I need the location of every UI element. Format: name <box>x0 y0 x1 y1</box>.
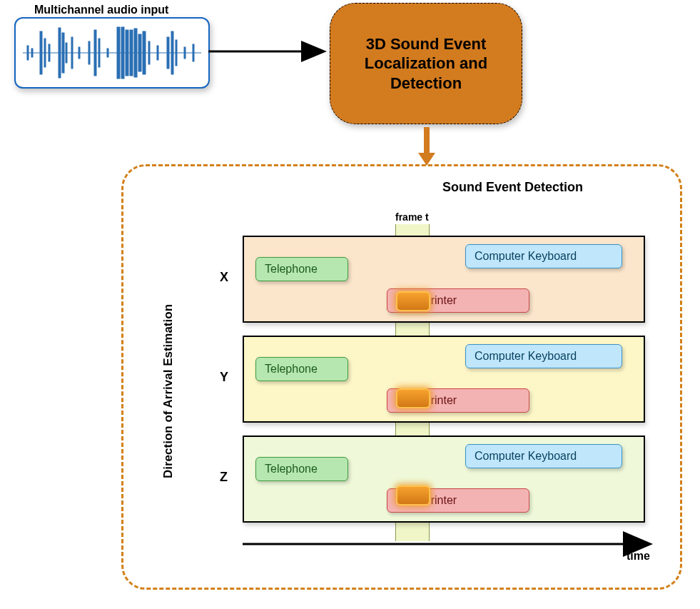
lane-y-event-telephone: Telephone <box>255 357 348 381</box>
svg-rect-12 <box>94 30 96 76</box>
lane-y: Y Telephone Computer Keyboard Printer <box>243 336 645 423</box>
lane-x-label: X <box>220 270 228 285</box>
frame-t-label: frame t <box>395 211 429 223</box>
frame-marker-z <box>396 485 430 505</box>
svg-rect-9 <box>71 37 73 69</box>
svg-rect-15 <box>117 27 120 79</box>
svg-rect-8 <box>66 43 67 63</box>
audio-input-box <box>14 17 210 89</box>
lane-z: Z Telephone Computer Keyboard Printer <box>243 436 645 523</box>
seld-process-box: 3D Sound Event Localization and Detectio… <box>330 3 522 124</box>
svg-rect-2 <box>31 49 33 57</box>
frame-marker-x <box>396 291 430 311</box>
lane-y-event-keyboard: Computer Keyboard <box>465 344 622 368</box>
lane-z-event-telephone: Telephone <box>255 457 348 481</box>
svg-rect-7 <box>62 33 64 73</box>
lane-x-event-telephone: Telephone <box>255 257 348 281</box>
waveform-icon <box>23 24 201 81</box>
arrow-down-icon <box>418 127 435 167</box>
svg-rect-14 <box>107 49 108 57</box>
timeline-lanes: X Telephone Computer Keyboard Printer Y … <box>243 236 642 535</box>
svg-rect-16 <box>121 27 124 79</box>
svg-rect-5 <box>49 44 50 61</box>
lane-z-event-keyboard: Computer Keyboard <box>465 444 622 468</box>
svg-rect-24 <box>167 37 169 69</box>
svg-rect-19 <box>134 29 137 77</box>
seld-process-label: 3D Sound Event Localization and Detectio… <box>343 34 509 94</box>
svg-rect-6 <box>59 28 61 78</box>
time-axis-arrow <box>243 537 656 554</box>
svg-rect-17 <box>126 30 128 76</box>
svg-rect-28 <box>193 44 194 61</box>
svg-rect-1 <box>27 46 29 60</box>
svg-rect-13 <box>98 39 100 67</box>
svg-rect-26 <box>176 40 177 66</box>
svg-rect-27 <box>184 47 186 59</box>
svg-rect-25 <box>171 31 173 74</box>
lane-x-event-keyboard: Computer Keyboard <box>465 244 622 268</box>
arrow-right-icon <box>208 43 330 60</box>
svg-rect-10 <box>78 47 80 59</box>
svg-rect-20 <box>138 34 141 71</box>
panel-title: Sound Event Detection <box>442 180 583 195</box>
svg-rect-18 <box>130 30 133 76</box>
lane-z-label: Z <box>220 470 228 485</box>
lane-y-label: Y <box>220 370 228 385</box>
audio-input-label: Multichannel audio input <box>34 4 168 16</box>
svg-rect-22 <box>148 41 150 64</box>
lane-x: X Telephone Computer Keyboard Printer <box>243 236 645 323</box>
frame-marker-y <box>396 388 430 408</box>
svg-rect-11 <box>88 41 90 64</box>
svg-rect-21 <box>143 31 146 74</box>
time-axis-label: time <box>627 550 650 563</box>
doa-axis-label: Direction of Arrival Estimation <box>161 304 176 478</box>
svg-rect-23 <box>157 46 158 60</box>
svg-rect-3 <box>40 31 42 74</box>
svg-rect-4 <box>44 39 46 67</box>
